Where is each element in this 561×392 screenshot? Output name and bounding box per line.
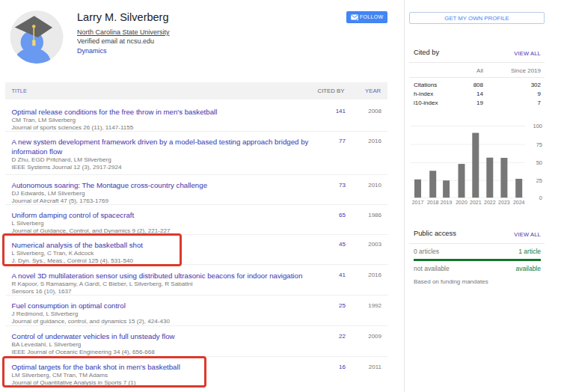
- svg-text:2018: 2018: [427, 200, 439, 205]
- svg-text:2023: 2023: [498, 200, 510, 205]
- svg-text:2024: 2024: [513, 200, 525, 205]
- svg-text:2017: 2017: [412, 200, 424, 205]
- svg-text:2019: 2019: [441, 200, 453, 205]
- svg-text:50: 50: [536, 159, 542, 166]
- svg-text:2020: 2020: [456, 200, 468, 205]
- svg-text:2021: 2021: [470, 200, 482, 205]
- svg-text:0: 0: [539, 195, 542, 201]
- svg-text:100: 100: [533, 123, 542, 129]
- svg-text:75: 75: [536, 141, 542, 148]
- svg-text:25: 25: [536, 177, 542, 184]
- svg-text:2022: 2022: [484, 200, 496, 205]
